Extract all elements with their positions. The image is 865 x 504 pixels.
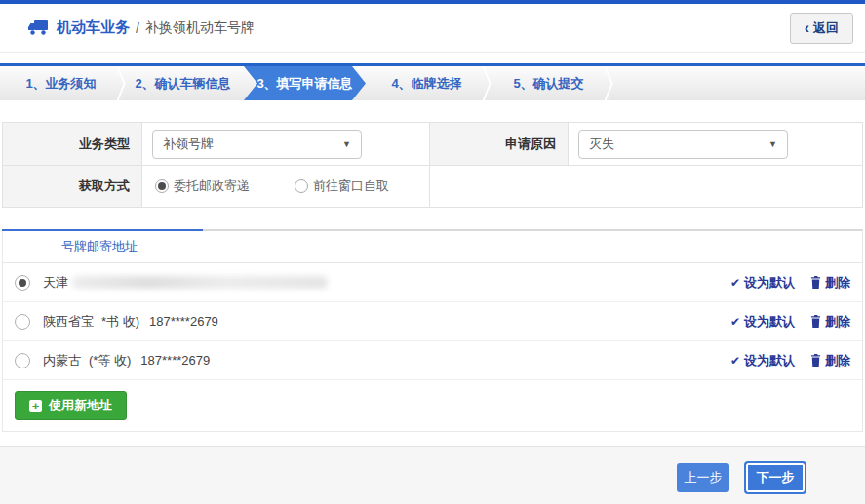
delete-label: 删除 <box>825 352 850 369</box>
step-tab-2[interactable]: 2、确认车辆信息 <box>122 66 244 100</box>
address-text: 陕西省宝 *书 收) 187****2679 <box>43 313 218 330</box>
back-button-label: 返回 <box>813 19 839 37</box>
mailing-address-panel: 号牌邮寄地址 天津 ✔ 设为默认 删除 <box>2 229 863 432</box>
use-new-address-button[interactable]: + 使用新地址 <box>15 391 127 420</box>
radio-option-mail[interactable]: 委托邮政寄递 <box>155 177 250 195</box>
address-row-1[interactable]: 天津 ✔ 设为默认 删除 <box>3 263 862 302</box>
plus-icon: + <box>29 400 42 412</box>
delete-link[interactable]: 删除 <box>810 352 850 369</box>
apply-reason-select[interactable]: 灭失 ▼ <box>578 130 788 159</box>
chevron-down-icon: ▼ <box>342 139 351 149</box>
step-tab-4[interactable]: 4、临牌选择 <box>366 66 488 100</box>
empty-cell <box>430 165 862 207</box>
next-step-button[interactable]: 下一步 <box>744 461 806 494</box>
set-default-label: 设为默认 <box>744 313 795 330</box>
radio-option-pickup[interactable]: 前往窗口自取 <box>295 177 389 195</box>
use-new-address-label: 使用新地址 <box>49 397 112 414</box>
page-header: 机动车业务 / 补换领机动车号牌 ‹ 返回 <box>0 4 865 53</box>
radio-option-mail-label: 委托邮政寄递 <box>174 177 250 195</box>
address-panel-footer: + 使用新地址 <box>3 380 862 431</box>
action-bar: 上一步 下一步 <box>0 446 865 504</box>
redacted-address-block <box>72 276 328 289</box>
address-phone: 187****2679 <box>149 314 218 329</box>
obtain-method-label: 获取方式 <box>3 165 142 207</box>
trash-icon <box>810 354 821 367</box>
truck-icon <box>27 19 49 36</box>
check-icon: ✔ <box>730 276 740 290</box>
apply-reason-cell: 灭失 ▼ <box>569 123 862 165</box>
apply-reason-label: 申请原因 <box>430 123 569 165</box>
step-tabs: 1、业务须知 2、确认车辆信息 3、填写申请信息 4、临牌选择 5、确认提交 <box>0 63 865 100</box>
radio-unselected-icon <box>295 179 308 193</box>
breadcrumb-separator: / <box>136 20 139 36</box>
radio-selected-icon <box>155 179 169 193</box>
step-tab-5[interactable]: 5、确认提交 <box>488 66 609 100</box>
business-type-value: 补领号牌 <box>163 136 214 153</box>
radio-unselected-icon[interactable] <box>15 353 30 368</box>
delete-label: 删除 <box>825 313 850 330</box>
set-default-link[interactable]: ✔ 设为默认 <box>730 313 795 330</box>
delete-label: 删除 <box>825 274 850 291</box>
obtain-method-cell: 委托邮政寄递 前往窗口自取 <box>142 165 430 207</box>
set-default-link[interactable]: ✔ 设为默认 <box>730 274 795 291</box>
address-suffix: *书 收) <box>101 313 139 330</box>
radio-option-pickup-label: 前往窗口自取 <box>313 177 389 195</box>
apply-reason-value: 灭失 <box>589 136 614 153</box>
breadcrumb-page-title: 补换领机动车号牌 <box>145 19 255 37</box>
business-type-cell: 补领号牌 ▼ <box>142 123 430 165</box>
back-button[interactable]: ‹ 返回 <box>790 13 853 44</box>
step-tab-2-label: 2、确认车辆信息 <box>135 75 230 93</box>
active-tab-indicator <box>2 229 203 231</box>
step-tab-5-label: 5、确认提交 <box>513 75 583 93</box>
set-default-label: 设为默认 <box>744 352 795 369</box>
step-separator <box>608 66 609 100</box>
step-tab-1[interactable]: 1、业务须知 <box>0 66 122 100</box>
business-type-select[interactable]: 补领号牌 ▼ <box>152 130 362 159</box>
radio-selected-icon[interactable] <box>15 275 30 291</box>
delete-link[interactable]: 删除 <box>810 274 850 291</box>
step-tab-1-label: 1、业务须知 <box>25 75 96 93</box>
address-phone: 187****2679 <box>140 353 210 368</box>
trash-icon <box>810 315 821 328</box>
trash-icon <box>810 276 821 289</box>
application-form: 业务类型 补领号牌 ▼ 申请原因 灭失 ▼ 获取方式 委托邮政寄递 前往窗口自取 <box>2 122 863 208</box>
address-suffix: (*等 收) <box>89 352 131 369</box>
address-prefix: 天津 <box>43 274 68 291</box>
back-chevron-icon: ‹ <box>805 23 809 33</box>
set-default-link[interactable]: ✔ 设为默认 <box>730 352 795 369</box>
check-icon: ✔ <box>730 354 740 368</box>
address-text: 内蒙古 (*等 收) 187****2679 <box>43 352 210 369</box>
chevron-down-icon: ▼ <box>768 139 777 149</box>
set-default-label: 设为默认 <box>744 274 795 291</box>
breadcrumb-section[interactable]: 机动车业务 <box>57 19 130 37</box>
delete-link[interactable]: 删除 <box>810 313 850 330</box>
previous-step-button[interactable]: 上一步 <box>677 463 729 492</box>
step-tab-3-label: 3、填写申请信息 <box>256 75 352 93</box>
step-tab-3-active[interactable]: 3、填写申请信息 <box>244 66 366 100</box>
address-text: 天津 <box>43 274 341 291</box>
address-panel-header: 号牌邮寄地址 <box>3 231 862 263</box>
address-prefix: 内蒙古 <box>43 352 81 369</box>
tab-mailing-address[interactable]: 号牌邮寄地址 <box>61 238 138 255</box>
address-row-2[interactable]: 陕西省宝 *书 收) 187****2679 ✔ 设为默认 删除 <box>3 302 862 341</box>
address-row-3[interactable]: 内蒙古 (*等 收) 187****2679 ✔ 设为默认 删除 <box>3 341 862 380</box>
business-type-label: 业务类型 <box>3 123 142 165</box>
address-prefix: 陕西省宝 <box>43 313 94 330</box>
step-tab-4-label: 4、临牌选择 <box>391 75 461 93</box>
check-icon: ✔ <box>730 315 740 329</box>
radio-unselected-icon[interactable] <box>15 314 30 330</box>
